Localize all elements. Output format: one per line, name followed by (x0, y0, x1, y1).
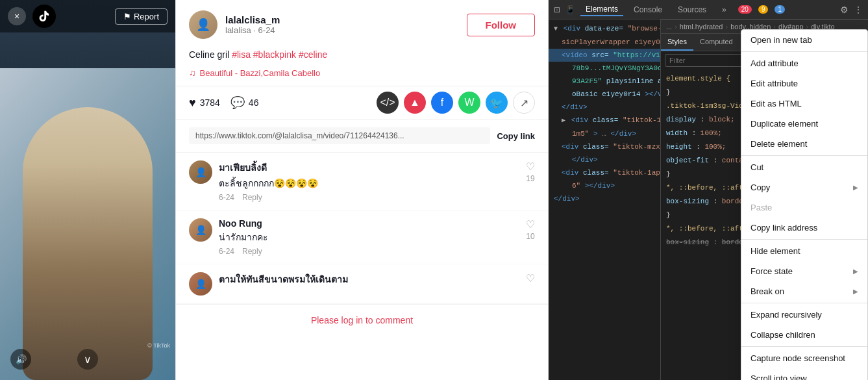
devtools-panel: ⊡ 📱 Elements Console Sources » 20 9 1 ⚙ … (549, 0, 868, 380)
cm-force-state[interactable]: Force state ▶ (741, 261, 867, 281)
cm-sep-2 (741, 239, 867, 240)
cm-capture-label: Capture node screenshot (750, 353, 845, 363)
tiktok-logo (32, 5, 56, 28)
cm-scroll[interactable]: Scroll into view (741, 368, 867, 380)
person-image (23, 107, 153, 380)
cm-edit-html-label: Edit as HTML (750, 99, 802, 108)
user-info: lalalclisa_m lalalisa · 6-24 (225, 14, 459, 35)
cm-copy[interactable]: Copy ▶ (741, 177, 867, 197)
cm-paste-label: Paste (750, 203, 772, 212)
comment-author-3: ตามให้ทันสีขนาดพรมให้เดินตาม (219, 272, 519, 286)
share-code-button[interactable]: </> (377, 92, 399, 114)
comment-reply-1[interactable]: Reply (242, 193, 262, 202)
comments-number: 46 (249, 97, 259, 108)
user-handle: lalalisa · 6-24 (225, 25, 459, 35)
login-prompt[interactable]: Please log in to comment (176, 304, 548, 336)
cm-open-new-tab[interactable]: Open in new tab (741, 30, 867, 50)
comment-heart-icon-3: ♡ (526, 272, 535, 285)
username: lalalclisa_m (225, 14, 459, 25)
close-button[interactable]: × (8, 7, 26, 25)
hashtag-blackpink[interactable]: #blackpink (253, 49, 296, 60)
music-title: Beautiful - Bazzi,Camila Cabello (200, 68, 321, 78)
scroll-down-button[interactable]: ∨ (77, 349, 98, 370)
comment-reply-2[interactable]: Reply (242, 247, 262, 256)
comment-avatar-2: 👤 (189, 218, 212, 242)
cm-expand[interactable]: Expand recursively (741, 305, 867, 325)
cm-edit-attribute[interactable]: Edit attribute (741, 73, 867, 94)
comment-meta-2: 6-24 Reply (219, 247, 519, 256)
comment-icon: 💬 (230, 95, 245, 110)
cm-break-on[interactable]: Break on ▶ (741, 281, 867, 301)
cm-cut[interactable]: Cut (741, 157, 867, 177)
comment-heart-icon-2: ♡ (526, 218, 535, 231)
cm-expand-label: Expand recursively (750, 310, 822, 320)
cm-open-new-tab-label: Open in new tab (750, 35, 812, 45)
comment-like-1[interactable]: ♡ 19 (526, 160, 535, 202)
report-button[interactable]: ⚑ Report (115, 8, 167, 25)
context-menu: Open in new tab Add attribute Edit attri… (741, 29, 868, 380)
cm-sep-4 (741, 346, 867, 347)
cm-copy-link[interactable]: Copy link address (741, 218, 867, 238)
music-note-icon: ♫ (189, 68, 196, 78)
cm-copy-link-label: Copy link address (750, 223, 817, 233)
cm-delete[interactable]: Delete element (741, 134, 867, 154)
likes-count[interactable]: ♥ 3784 (189, 96, 220, 110)
cm-hide[interactable]: Hide element (741, 241, 867, 261)
cm-force-state-label: Force state (750, 266, 793, 276)
main-content-panel: 👤 lalalclisa_m lalalisa · 6-24 Follow Ce… (175, 0, 549, 380)
share-tiktok-button[interactable]: ▲ (404, 92, 426, 114)
post-header: 👤 lalalclisa_m lalalisa · 6-24 Follow (176, 0, 548, 49)
cm-collapse-label: Collapse children (750, 330, 815, 340)
hashtag-celine[interactable]: #celine (299, 49, 327, 60)
comment-body-1: มาเฟียบลิ้งดี ตะลิ้ชลูกกกกก😵😵😵😵 6-24 Rep… (219, 160, 519, 202)
comment-meta-1: 6-24 Reply (219, 193, 519, 202)
share-icons-row: </> ▲ f W 🐦 ↗ (377, 92, 535, 114)
share-twitter-button[interactable]: 🐦 (486, 92, 508, 114)
cm-collapse[interactable]: Collapse children (741, 325, 867, 345)
comment-like-3[interactable]: ♡ (526, 272, 535, 296)
cm-scroll-label: Scroll into view (750, 374, 807, 380)
comment-2: 👤 Noo Rung น่ารักมากคะ 6-24 Reply ♡ 10 (176, 210, 548, 264)
cm-sep-1 (741, 155, 867, 156)
share-facebook-button[interactable]: f (431, 92, 453, 114)
cm-edit-attribute-label: Edit attribute (750, 79, 798, 88)
cm-add-attribute[interactable]: Add attribute (741, 53, 867, 73)
cm-break-on-arrow: ▶ (853, 288, 858, 295)
comment-3: 👤 ตามให้ทันสีขนาดพรมให้เดินตาม ♡ (176, 264, 548, 304)
cm-paste: Paste (741, 197, 867, 218)
comment-avatar-3: 👤 (189, 272, 212, 296)
cm-force-state-arrow: ▶ (853, 268, 858, 275)
cm-capture[interactable]: Capture node screenshot (741, 348, 867, 368)
engagement-bar: ♥ 3784 💬 46 </> ▲ f W 🐦 ↗ (176, 86, 548, 120)
context-menu-overlay: Open in new tab Add attribute Edit attri… (549, 0, 868, 380)
comment-text-2: น่ารักมากคะ (219, 230, 519, 244)
comment-likes-count-2: 10 (526, 232, 534, 241)
cm-delete-label: Delete element (750, 139, 807, 149)
comments-count[interactable]: 💬 46 (230, 95, 259, 110)
link-bar: https://www.tiktok.com/@lalalclisa_m/vid… (176, 120, 548, 153)
share-more-button[interactable]: ↗ (513, 92, 535, 114)
comment-body-2: Noo Rung น่ารักมากคะ 6-24 Reply (219, 218, 519, 256)
comment-body-3: ตามให้ทันสีขนาดพรมให้เดินตาม (219, 272, 519, 296)
comment-date-1: 6-24 (219, 193, 234, 202)
share-whatsapp-button[interactable]: W (458, 92, 480, 114)
cm-break-on-label: Break on (750, 286, 784, 296)
volume-button[interactable]: 🔊 (10, 349, 31, 370)
cm-duplicate[interactable]: Duplicate element (741, 114, 867, 134)
follow-button[interactable]: Follow (467, 14, 536, 36)
cm-hide-label: Hide element (750, 246, 800, 256)
cm-edit-html[interactable]: Edit as HTML (741, 94, 867, 114)
cm-copy-arrow: ▶ (853, 184, 858, 191)
cm-sep-3 (741, 303, 867, 303)
comment-likes-count-1: 19 (526, 174, 534, 183)
tiktok-sidebar: × ⚑ Report 🔊 ∨ © TikTok (0, 0, 175, 380)
copy-link-button[interactable]: Copy link (497, 131, 535, 141)
music-info[interactable]: ♫ Beautiful - Bazzi,Camila Cabello (176, 68, 548, 86)
tiktok-watermark: © TikTok (147, 342, 170, 349)
comment-1: 👤 มาเฟียบลิ้งดี ตะลิ้ชลูกกกกก😵😵😵😵 6-24 R… (176, 153, 548, 210)
cm-cut-label: Cut (750, 162, 763, 172)
comment-like-2[interactable]: ♡ 10 (526, 218, 535, 256)
hashtag-lisa[interactable]: #lisa (232, 49, 251, 60)
comment-author-2: Noo Rung (219, 218, 519, 229)
cm-sep-0 (741, 51, 867, 52)
